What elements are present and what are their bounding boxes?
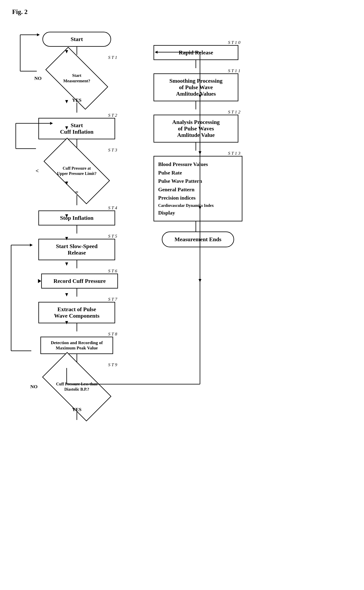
- st2-label: S T 2: [108, 113, 117, 118]
- st8-node: Detection and Recording of Maximum Peak …: [40, 337, 113, 354]
- st1-text: StartMeasurement?: [63, 73, 90, 83]
- st6-node: Record Cuff Pressure: [41, 274, 118, 289]
- st3-label: S T 3: [108, 147, 117, 153]
- st12-node: Analysis Processing of Pulse Waves Amlit…: [154, 115, 238, 143]
- st3-equal-label: =: [75, 189, 78, 196]
- st11-label: S T 1 1: [228, 68, 240, 73]
- st7-label: S T 7: [108, 297, 117, 302]
- st4-node: Stop Inflation: [38, 211, 115, 225]
- st1-no-label: NO: [34, 76, 42, 81]
- st5-node: Start Slow-Speed Release: [38, 239, 115, 260]
- st2-node: Start Cuff Inflation: [38, 118, 115, 139]
- st9-yes-label: YES: [72, 407, 82, 412]
- st10-label: S T 1 0: [228, 40, 240, 45]
- st13-label: S T 1 3: [228, 151, 240, 156]
- st3-less-label: <: [36, 168, 39, 174]
- st13-node: Blood Pressure Values Pulse Rate Pulse W…: [154, 156, 242, 221]
- st8-label: S T 8: [108, 331, 117, 337]
- measurement-ends-node: Measurement Ends: [162, 232, 234, 247]
- st6-label: S T 6: [108, 268, 117, 274]
- st9-no-label: NO: [30, 384, 38, 389]
- start-node: Start: [42, 32, 111, 47]
- st12-label: S T 1 2: [228, 109, 240, 115]
- st4-label: S T 4: [108, 205, 117, 211]
- st7-node: Extract of Pulse Wave Components: [38, 302, 115, 323]
- st10-node: Rapid Release: [154, 45, 238, 60]
- st9-text: Cuff Pressure Less thanDiastolic B.P.?: [56, 382, 97, 391]
- st3-text: Cuff Pressure atUpper Pressure Limit?: [57, 166, 97, 176]
- figure-label: Fig. 2: [12, 8, 352, 16]
- st1-yes-label: YES: [72, 98, 82, 103]
- st9-label: S T 9: [108, 362, 117, 367]
- st5-label: S T 5: [108, 233, 117, 239]
- st11-node: Smoothing Processing of Pulse Wave Amlit…: [154, 73, 238, 101]
- st1-label: S T 1: [108, 55, 117, 60]
